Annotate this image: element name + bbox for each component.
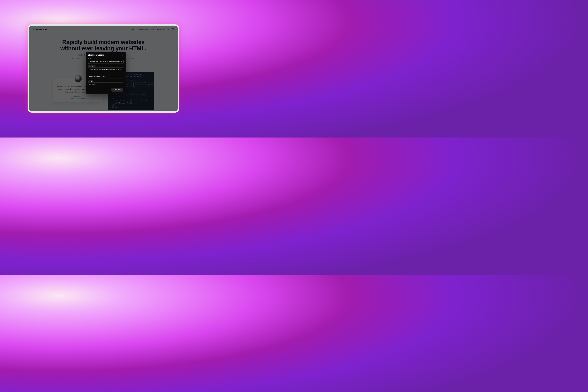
screen: tailwindcss Docs Components Blog Showcas… [29, 26, 178, 111]
groups-input[interactable] [88, 82, 124, 86]
device-frame: tailwindcss Docs Components Blog Showcas… [28, 24, 179, 113]
url-input[interactable] [88, 75, 124, 79]
groups-label: Groups [88, 80, 124, 82]
title-input[interactable] [88, 60, 124, 64]
save-stash-button[interactable]: Save stash [112, 88, 124, 92]
description-input[interactable] [88, 68, 124, 71]
url-label: Url [88, 72, 124, 74]
title-label: Title [88, 58, 124, 59]
close-icon[interactable]: × [122, 54, 124, 56]
stash-modal: Stash new website × Title Description Ur… [86, 52, 126, 94]
modal-title: Stash new website [88, 54, 104, 56]
description-label: Description [88, 65, 124, 67]
